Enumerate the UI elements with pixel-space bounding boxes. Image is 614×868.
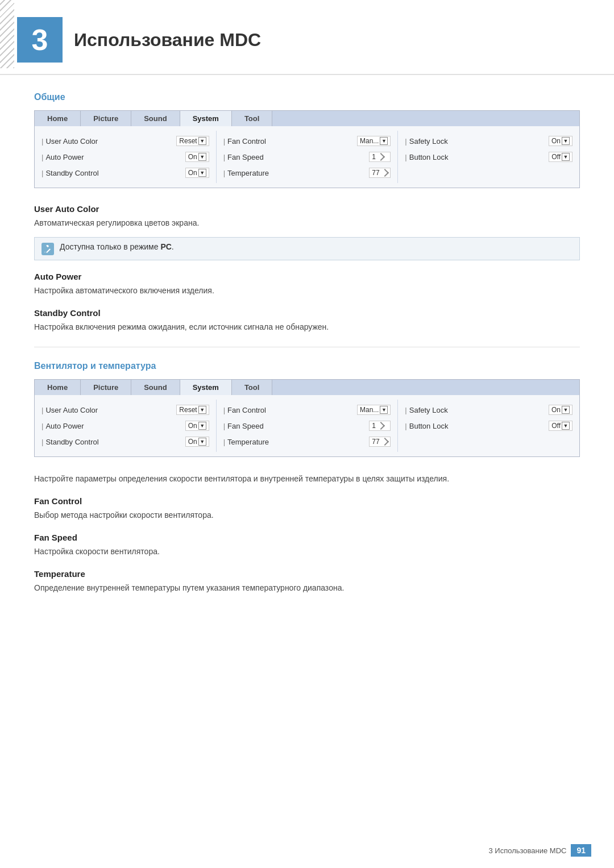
subsection-title-standby: Standby Control [34, 308, 580, 318]
row-value-safety-lock-1[interactable]: On ▼ [549, 136, 572, 146]
mdc-col3-t1: Safety Lock On ▼ Button Lock Off ▼ [398, 131, 579, 183]
mdc-table-1-body: User Auto Color Reset ▼ Auto Power On ▼ … [35, 126, 579, 188]
arrow-right-icon [381, 438, 389, 446]
tab-home-2[interactable]: Home [35, 380, 81, 395]
arrow-right-icon [377, 153, 385, 161]
page-number: 91 [571, 844, 591, 857]
row-label-auto-power-1: Auto Power [42, 153, 185, 161]
table-row: Safety Lock On ▼ [403, 133, 575, 149]
row-label-fan-speed-1: Fan Speed [223, 153, 370, 161]
tab-picture-1[interactable]: Picture [81, 111, 131, 126]
tab-sound-2[interactable]: Sound [131, 380, 180, 395]
table-row: Safety Lock On ▼ [403, 402, 575, 418]
mdc-table-2-tabs: Home Picture Sound System Tool [35, 380, 579, 395]
chapter-number-box: 3 [17, 17, 63, 63]
subsection-desc-temperature: Определение внутренней температуры путем… [34, 582, 580, 594]
row-value-fan-control-1[interactable]: Man... ▼ [357, 136, 391, 146]
row-value-safety-lock-2[interactable]: On ▼ [549, 405, 572, 415]
row-label-button-lock-1: Button Lock [405, 153, 549, 161]
row-label-standby-1: Standby Control [42, 169, 185, 177]
subsection-title-user-auto-color: User Auto Color [34, 204, 580, 214]
section2-intro-desc: Настройте параметры определения скорости… [34, 473, 580, 485]
row-value-standby-1[interactable]: On ▼ [185, 168, 209, 178]
arrow-right-icon [377, 422, 385, 430]
row-value-button-lock-2[interactable]: Off ▼ [549, 421, 572, 431]
dropdown-arrow[interactable]: ▼ [198, 137, 206, 145]
subsection-desc-auto-power: Настройка автоматического включения изде… [34, 285, 580, 297]
subsection-title-auto-power: Auto Power [34, 272, 580, 281]
dropdown-arrow[interactable]: ▼ [198, 406, 206, 414]
mdc-table-2-body: User Auto Color Reset ▼ Auto Power On ▼ … [35, 395, 579, 456]
table-row: Auto Power On ▼ [39, 149, 211, 165]
table-row: User Auto Color Reset ▼ [39, 402, 211, 418]
section2-heading: Вентилятор и температура [34, 361, 580, 371]
subsection-desc-user-auto-color: Автоматическая регулировка цветов экрана… [34, 217, 580, 229]
dropdown-arrow[interactable]: ▼ [562, 137, 570, 145]
subsection-title-fan-control: Fan Control [34, 496, 580, 506]
row-label-safety-lock-1: Safety Lock [405, 137, 549, 146]
chapter-number: 3 [32, 23, 48, 57]
row-value-temperature-2[interactable]: 77 [369, 437, 391, 447]
subsection-desc-standby: Настройка включения режима ожидания, есл… [34, 321, 580, 333]
table-row: Temperature 77 [221, 434, 393, 450]
row-value-user-auto-color-1[interactable]: Reset ▼ [176, 136, 209, 146]
arrow-right-icon [381, 169, 389, 177]
chapter-title: Использование MDC [74, 30, 261, 51]
tab-system-1[interactable]: System [180, 111, 232, 126]
row-label-fan-control-1: Fan Control [223, 137, 357, 146]
dropdown-arrow[interactable]: ▼ [562, 422, 570, 430]
subsection-title-temperature: Temperature [34, 569, 580, 579]
row-label-standby-2: Standby Control [42, 438, 185, 446]
tab-system-2[interactable]: System [180, 380, 232, 395]
row-label-auto-power-2: Auto Power [42, 422, 185, 430]
row-value-fan-speed-1[interactable]: 1 [369, 152, 391, 162]
table-row: Standby Control On ▼ [39, 165, 211, 181]
tab-picture-2[interactable]: Picture [81, 380, 131, 395]
dropdown-arrow[interactable]: ▼ [562, 153, 570, 161]
row-label-temperature-1: Temperature [223, 169, 370, 177]
tab-sound-1[interactable]: Sound [131, 111, 180, 126]
chapter-header: 3 Использование MDC [0, 0, 614, 75]
row-value-auto-power-2[interactable]: On ▼ [185, 421, 209, 431]
row-value-fan-control-2[interactable]: Man... ▼ [357, 405, 391, 415]
dropdown-arrow[interactable]: ▼ [198, 169, 206, 177]
mdc-table-1-tabs: Home Picture Sound System Tool [35, 111, 579, 126]
row-value-standby-2[interactable]: On ▼ [185, 437, 209, 447]
row-label-user-auto-color-2: User Auto Color [42, 406, 176, 414]
dropdown-arrow[interactable]: ▼ [562, 406, 570, 414]
dropdown-arrow[interactable]: ▼ [198, 422, 206, 430]
row-label-button-lock-2: Button Lock [405, 422, 549, 430]
row-value-button-lock-1[interactable]: Off ▼ [549, 152, 572, 162]
row-value-fan-speed-2[interactable]: 1 [369, 421, 391, 431]
dropdown-arrow[interactable]: ▼ [198, 438, 206, 446]
section1-heading: Общие [34, 92, 580, 102]
tab-tool-1[interactable]: Tool [232, 111, 272, 126]
dropdown-arrow[interactable]: ▼ [380, 406, 388, 414]
row-label-safety-lock-2: Safety Lock [405, 406, 549, 414]
row-label-user-auto-color-1: User Auto Color [42, 137, 176, 146]
dropdown-arrow[interactable]: ▼ [198, 153, 206, 161]
svg-rect-0 [46, 248, 51, 253]
row-value-temperature-1[interactable]: 77 [369, 168, 391, 178]
table-row: Button Lock Off ▼ [403, 418, 575, 434]
table-row: Button Lock Off ▼ [403, 149, 575, 165]
subsection-desc-fan-control: Выбор метода настройки скорости вентилят… [34, 509, 580, 521]
mdc-col2-t1: Fan Control Man... ▼ Fan Speed 1 Tempera… [217, 131, 399, 183]
mdc-col1-t1: User Auto Color Reset ▼ Auto Power On ▼ … [35, 131, 217, 183]
divider-1 [34, 347, 580, 347]
tab-home-1[interactable]: Home [35, 111, 81, 126]
dropdown-arrow[interactable]: ▼ [380, 137, 388, 145]
table-row: User Auto Color Reset ▼ [39, 133, 211, 149]
table-row: Fan Control Man... ▼ [221, 133, 393, 149]
subsection-desc-fan-speed: Настройка скорости вентилятора. [34, 546, 580, 558]
table-row: Temperature 77 [221, 165, 393, 181]
row-value-auto-power-1[interactable]: On ▼ [185, 152, 209, 162]
table-row: Fan Speed 1 [221, 149, 393, 165]
table-row: Standby Control On ▼ [39, 434, 211, 450]
page-footer: 3 Использование MDC 91 [488, 844, 591, 857]
tab-tool-2[interactable]: Tool [232, 380, 272, 395]
mdc-col1-t2: User Auto Color Reset ▼ Auto Power On ▼ … [35, 400, 217, 452]
note-text-pc-mode: Доступна только в режиме PC. [60, 242, 174, 251]
row-value-user-auto-color-2[interactable]: Reset ▼ [176, 405, 209, 415]
mdc-col2-t2: Fan Control Man... ▼ Fan Speed 1 Tempera… [217, 400, 399, 452]
